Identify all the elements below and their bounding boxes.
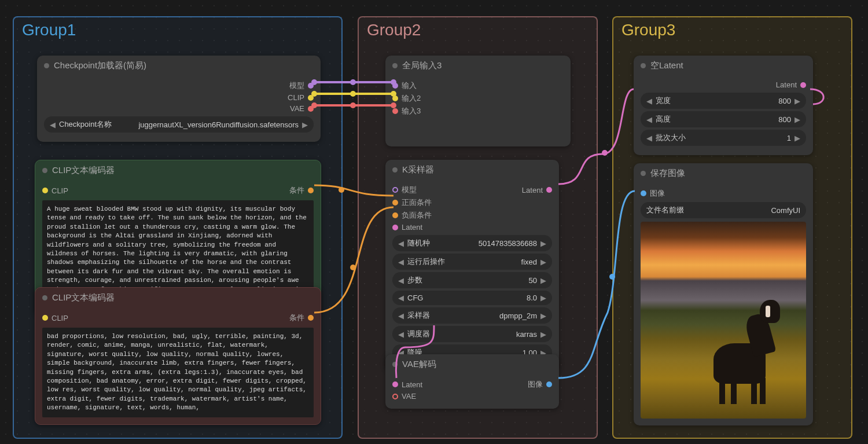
chevron-left-icon[interactable]: ◀ — [398, 311, 404, 320]
output-port-model[interactable]: 模型 — [44, 79, 314, 92]
input-port-positive[interactable]: 正面条件 — [392, 196, 552, 209]
svg-point-11 — [602, 150, 608, 156]
node-title: Checkpoint加载器(简易) — [54, 60, 146, 71]
chevron-right-icon[interactable]: ▶ — [795, 115, 800, 124]
output-port-latent[interactable] — [546, 187, 552, 193]
svg-point-10 — [350, 265, 356, 270]
node-vae-decode[interactable]: VAE解码 Latent 图像 VAE — [385, 354, 559, 409]
chevron-left-icon[interactable]: ◀ — [398, 239, 404, 248]
chevron-left-icon[interactable]: ◀ — [646, 115, 652, 124]
collapse-dot-icon[interactable] — [392, 63, 398, 68]
collapse-dot-icon[interactable] — [641, 63, 646, 68]
prompt-textarea[interactable]: bad proportions, low resolution, bad, ug… — [42, 328, 314, 417]
widget-高度[interactable]: ◀高度800▶ — [641, 111, 806, 127]
group-2-title: Group2 — [359, 17, 597, 43]
input-port-clip[interactable] — [42, 315, 48, 321]
chevron-left-icon[interactable]: ◀ — [398, 293, 404, 302]
group-3-title: Group3 — [613, 17, 851, 43]
chevron-right-icon[interactable]: ▶ — [795, 134, 800, 142]
output-port-clip[interactable]: CLIP — [44, 92, 314, 103]
chevron-left-icon[interactable]: ◀ — [50, 120, 56, 129]
input-port-clip[interactable] — [42, 188, 48, 193]
group-1-title: Group1 — [14, 17, 341, 43]
node-header[interactable]: VAE解码 — [385, 354, 559, 375]
filename-prefix-widget[interactable]: 文件名前缀 ComfyUI — [641, 202, 806, 218]
collapse-dot-icon[interactable] — [641, 171, 646, 176]
node-header[interactable]: 保存图像 — [634, 163, 813, 184]
output-port-image[interactable] — [546, 381, 552, 387]
chevron-right-icon[interactable]: ▶ — [540, 258, 546, 266]
chevron-right-icon[interactable]: ▶ — [540, 293, 546, 302]
node-save-image[interactable]: 保存图像 图像 文件名前缀 ComfyUI — [634, 163, 813, 425]
chevron-left-icon[interactable]: ◀ — [646, 134, 652, 142]
chevron-left-icon[interactable]: ◀ — [398, 258, 404, 266]
input-port-image[interactable]: 图像 — [641, 187, 806, 200]
collapse-dot-icon[interactable] — [42, 168, 47, 173]
node-header[interactable]: CLIP文本编码器 — [35, 288, 321, 308]
widget-步数[interactable]: ◀步数50▶ — [392, 272, 552, 288]
output-port-conditioning[interactable] — [308, 188, 314, 193]
input-port-2[interactable]: 输入2 — [392, 92, 564, 105]
node-title: CLIP文本编码器 — [52, 292, 115, 303]
node-checkpoint-loader[interactable]: Checkpoint加载器(简易) 模型 CLIP VAE ◀ Checkpoi… — [37, 56, 321, 142]
input-port-vae[interactable]: VAE — [392, 391, 552, 402]
input-port-latent[interactable]: Latent — [392, 222, 552, 233]
chevron-right-icon[interactable]: ▶ — [540, 276, 546, 285]
svg-point-3 — [350, 79, 356, 85]
chevron-left-icon[interactable]: ◀ — [398, 276, 404, 285]
widget-CFG[interactable]: ◀CFG8.0▶ — [392, 291, 552, 305]
chevron-right-icon[interactable]: ▶ — [540, 330, 546, 339]
node-title: CLIP文本编码器 — [52, 165, 115, 176]
collapse-dot-icon[interactable] — [42, 295, 47, 300]
node-title: 全局输入3 — [402, 60, 442, 71]
checkpoint-name-widget[interactable]: ◀ Checkpoint名称 juggernautXL_version6Rund… — [44, 116, 314, 133]
chevron-left-icon[interactable]: ◀ — [398, 330, 404, 339]
widget-宽度[interactable]: ◀宽度800▶ — [641, 93, 806, 109]
node-title: 保存图像 — [650, 168, 685, 179]
chevron-right-icon[interactable]: ▶ — [302, 120, 308, 129]
widget-运行后操作[interactable]: ◀运行后操作fixed▶ — [392, 254, 552, 270]
collapse-dot-icon[interactable] — [392, 362, 398, 367]
widget-批次大小[interactable]: ◀批次大小1▶ — [641, 130, 806, 146]
svg-point-5 — [350, 102, 356, 108]
output-port-vae[interactable]: VAE — [44, 103, 314, 114]
node-title: VAE解码 — [402, 359, 436, 370]
chevron-right-icon[interactable]: ▶ — [540, 239, 546, 248]
node-header[interactable]: CLIP文本编码器 — [35, 160, 321, 181]
input-port-latent[interactable] — [392, 381, 398, 387]
chevron-left-icon[interactable]: ◀ — [646, 97, 652, 105]
node-clip-text-encode-negative[interactable]: CLIP文本编码器 CLIP 条件 bad proportions, low r… — [35, 287, 321, 425]
node-header[interactable]: 空Latent — [634, 56, 813, 76]
collapse-dot-icon[interactable] — [44, 63, 49, 68]
output-image-preview[interactable] — [641, 222, 806, 419]
output-port-conditioning[interactable] — [308, 315, 314, 321]
chevron-right-icon[interactable]: ▶ — [540, 311, 546, 320]
node-header[interactable]: K采样器 — [385, 160, 559, 180]
input-port-1[interactable]: 输入 — [392, 79, 564, 92]
node-header[interactable]: Checkpoint加载器(简易) — [37, 56, 321, 76]
node-ksampler[interactable]: K采样器 模型 Latent 正面条件 负面条件 Latent ◀随机种5014… — [385, 160, 559, 370]
output-port-latent[interactable]: Latent — [641, 79, 806, 90]
node-title: K采样器 — [402, 164, 434, 175]
widget-采样器[interactable]: ◀采样器dpmpp_2m▶ — [392, 307, 552, 324]
widget-调度器[interactable]: ◀调度器karras▶ — [392, 326, 552, 342]
node-global-input-3[interactable]: 全局输入3 输入 输入2 输入3 — [385, 56, 571, 146]
node-title: 空Latent — [650, 60, 683, 71]
svg-point-4 — [350, 91, 356, 97]
chevron-right-icon[interactable]: ▶ — [795, 97, 800, 105]
widget-随机种[interactable]: ◀随机种50147835836688▶ — [392, 235, 552, 251]
input-port-negative[interactable]: 负面条件 — [392, 209, 552, 222]
node-empty-latent[interactable]: 空Latent Latent ◀宽度800▶◀高度800▶◀批次大小1▶ — [634, 56, 813, 155]
input-port-3[interactable]: 输入3 — [392, 105, 564, 118]
input-port-model[interactable] — [392, 187, 398, 193]
collapse-dot-icon[interactable] — [392, 167, 398, 173]
node-header[interactable]: 全局输入3 — [385, 56, 571, 76]
